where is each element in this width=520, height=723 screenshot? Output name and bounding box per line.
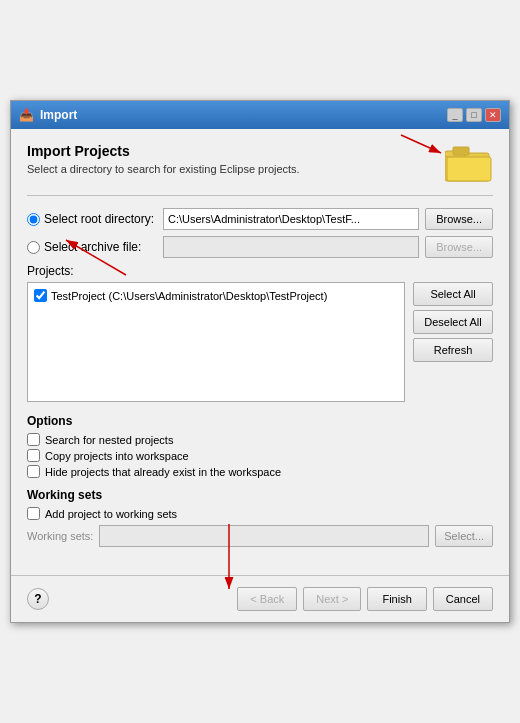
root-directory-label: Select root directory:	[44, 212, 154, 226]
archive-file-input	[163, 236, 419, 258]
hide-projects-label: Hide projects that already exist in the …	[45, 466, 281, 478]
minimize-button[interactable]: _	[447, 108, 463, 122]
title-bar-left: 📥 Import	[19, 108, 77, 122]
svg-rect-3	[453, 147, 469, 155]
bottom-bar: ? < Back Next > Finish Cancel	[11, 575, 509, 622]
import-dialog: 📥 Import _ □ ✕ Import Projects Select a …	[10, 100, 510, 623]
separator	[27, 195, 493, 196]
svg-rect-2	[447, 157, 491, 181]
nested-projects-label: Search for nested projects	[45, 434, 173, 446]
title-bar-controls: _ □ ✕	[447, 108, 501, 122]
archive-file-label: Select archive file:	[44, 240, 141, 254]
add-working-sets-row: Add project to working sets	[27, 507, 493, 520]
copy-projects-row: Copy projects into workspace	[27, 449, 493, 462]
window-icon: 📥	[19, 108, 34, 122]
project-label: TestProject (C:\Users\Administrator\Desk…	[51, 290, 327, 302]
archive-file-row: Select archive file: Browse...	[27, 236, 493, 258]
header-text: Import Projects Select a directory to se…	[27, 143, 300, 175]
folder-svg	[445, 143, 493, 183]
working-sets-label: Working sets:	[27, 530, 93, 542]
refresh-button[interactable]: Refresh	[413, 338, 493, 362]
folder-icon	[445, 143, 493, 183]
finish-button[interactable]: Finish	[367, 587, 426, 611]
hide-projects-row: Hide projects that already exist in the …	[27, 465, 493, 478]
working-sets-title: Working sets	[27, 488, 493, 502]
working-sets-row: Working sets: Select...	[27, 525, 493, 547]
copy-projects-checkbox[interactable]	[27, 449, 40, 462]
next-button[interactable]: Next >	[303, 587, 361, 611]
deselect-all-button[interactable]: Deselect All	[413, 310, 493, 334]
project-item: TestProject (C:\Users\Administrator\Desk…	[32, 287, 400, 304]
close-button[interactable]: ✕	[485, 108, 501, 122]
working-sets-input	[99, 525, 429, 547]
cancel-button[interactable]: Cancel	[433, 587, 493, 611]
options-title: Options	[27, 414, 493, 428]
root-directory-radio-label[interactable]: Select root directory:	[27, 212, 157, 226]
working-sets-section: Working sets Add project to working sets…	[27, 488, 493, 547]
projects-area: TestProject (C:\Users\Administrator\Desk…	[27, 282, 493, 402]
hide-projects-checkbox[interactable]	[27, 465, 40, 478]
add-working-sets-label: Add project to working sets	[45, 508, 177, 520]
title-bar: 📥 Import _ □ ✕	[11, 101, 509, 129]
bottom-left: ?	[27, 588, 49, 610]
projects-list: TestProject (C:\Users\Administrator\Desk…	[27, 282, 405, 402]
root-directory-row: Select root directory: Browse...	[27, 208, 493, 230]
options-section: Options Search for nested projects Copy …	[27, 414, 493, 478]
maximize-button[interactable]: □	[466, 108, 482, 122]
select-all-button[interactable]: Select All	[413, 282, 493, 306]
project-checkbox[interactable]	[34, 289, 47, 302]
working-sets-select-button: Select...	[435, 525, 493, 547]
add-working-sets-checkbox[interactable]	[27, 507, 40, 520]
archive-file-radio-label[interactable]: Select archive file:	[27, 240, 157, 254]
bottom-right: < Back Next > Finish Cancel	[237, 587, 493, 611]
help-button[interactable]: ?	[27, 588, 49, 610]
dialog-content: Import Projects Select a directory to se…	[11, 129, 509, 575]
nested-projects-checkbox[interactable]	[27, 433, 40, 446]
nested-projects-row: Search for nested projects	[27, 433, 493, 446]
projects-label: Projects:	[27, 264, 493, 278]
window-title: Import	[40, 108, 77, 122]
archive-browse-button: Browse...	[425, 236, 493, 258]
projects-buttons: Select All Deselect All Refresh	[413, 282, 493, 402]
root-directory-radio[interactable]	[27, 213, 40, 226]
root-directory-input[interactable]	[163, 208, 419, 230]
header-section: Import Projects Select a directory to se…	[27, 143, 493, 183]
arrow-finish-area	[49, 584, 237, 614]
archive-file-radio[interactable]	[27, 241, 40, 254]
root-browse-button[interactable]: Browse...	[425, 208, 493, 230]
dialog-description: Select a directory to search for existin…	[27, 163, 300, 175]
back-button[interactable]: < Back	[237, 587, 297, 611]
dialog-title: Import Projects	[27, 143, 300, 159]
copy-projects-label: Copy projects into workspace	[45, 450, 189, 462]
